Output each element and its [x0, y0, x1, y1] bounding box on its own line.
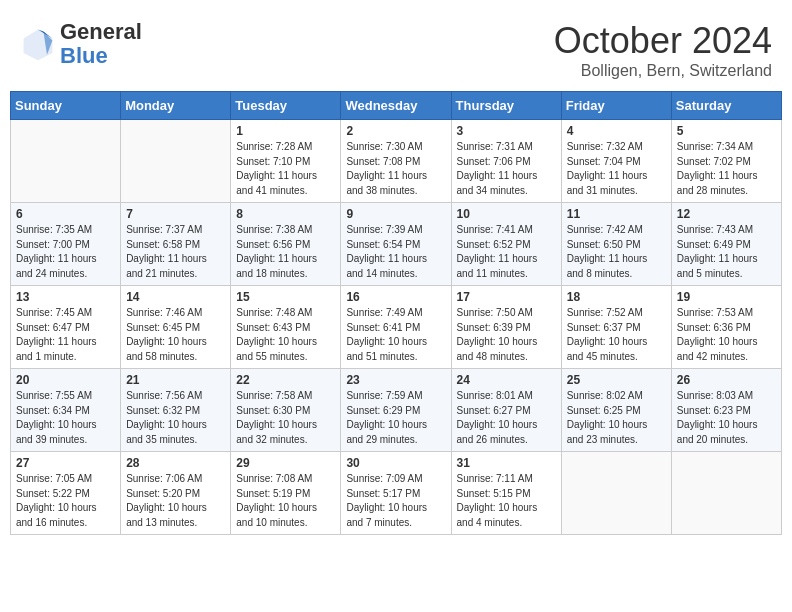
calendar-cell: 2Sunrise: 7:30 AM Sunset: 7:08 PM Daylig…	[341, 120, 451, 203]
day-number: 8	[236, 207, 335, 221]
day-number: 2	[346, 124, 445, 138]
day-info: Sunrise: 7:39 AM Sunset: 6:54 PM Dayligh…	[346, 223, 445, 281]
day-number: 15	[236, 290, 335, 304]
calendar-cell: 18Sunrise: 7:52 AM Sunset: 6:37 PM Dayli…	[561, 286, 671, 369]
calendar-week-row: 27Sunrise: 7:05 AM Sunset: 5:22 PM Dayli…	[11, 452, 782, 535]
day-number: 1	[236, 124, 335, 138]
day-number: 19	[677, 290, 776, 304]
day-of-week-header: Sunday	[11, 92, 121, 120]
logo-icon	[20, 26, 56, 62]
calendar-cell: 25Sunrise: 8:02 AM Sunset: 6:25 PM Dayli…	[561, 369, 671, 452]
day-number: 9	[346, 207, 445, 221]
calendar-cell	[561, 452, 671, 535]
day-number: 10	[457, 207, 556, 221]
day-info: Sunrise: 7:08 AM Sunset: 5:19 PM Dayligh…	[236, 472, 335, 530]
day-number: 24	[457, 373, 556, 387]
calendar-cell: 23Sunrise: 7:59 AM Sunset: 6:29 PM Dayli…	[341, 369, 451, 452]
day-info: Sunrise: 7:35 AM Sunset: 7:00 PM Dayligh…	[16, 223, 115, 281]
day-info: Sunrise: 7:06 AM Sunset: 5:20 PM Dayligh…	[126, 472, 225, 530]
day-of-week-header: Saturday	[671, 92, 781, 120]
calendar-cell: 8Sunrise: 7:38 AM Sunset: 6:56 PM Daylig…	[231, 203, 341, 286]
day-number: 31	[457, 456, 556, 470]
calendar-week-row: 6Sunrise: 7:35 AM Sunset: 7:00 PM Daylig…	[11, 203, 782, 286]
calendar-cell: 29Sunrise: 7:08 AM Sunset: 5:19 PM Dayli…	[231, 452, 341, 535]
calendar-header-row: SundayMondayTuesdayWednesdayThursdayFrid…	[11, 92, 782, 120]
day-info: Sunrise: 7:34 AM Sunset: 7:02 PM Dayligh…	[677, 140, 776, 198]
day-of-week-header: Friday	[561, 92, 671, 120]
day-info: Sunrise: 8:01 AM Sunset: 6:27 PM Dayligh…	[457, 389, 556, 447]
month-title: October 2024	[554, 20, 772, 62]
calendar-cell: 27Sunrise: 7:05 AM Sunset: 5:22 PM Dayli…	[11, 452, 121, 535]
day-info: Sunrise: 7:05 AM Sunset: 5:22 PM Dayligh…	[16, 472, 115, 530]
day-number: 4	[567, 124, 666, 138]
calendar-cell: 11Sunrise: 7:42 AM Sunset: 6:50 PM Dayli…	[561, 203, 671, 286]
day-number: 3	[457, 124, 556, 138]
day-number: 18	[567, 290, 666, 304]
day-number: 21	[126, 373, 225, 387]
day-of-week-header: Wednesday	[341, 92, 451, 120]
calendar-cell	[121, 120, 231, 203]
calendar-week-row: 13Sunrise: 7:45 AM Sunset: 6:47 PM Dayli…	[11, 286, 782, 369]
logo-line1: General	[60, 20, 142, 44]
day-info: Sunrise: 7:56 AM Sunset: 6:32 PM Dayligh…	[126, 389, 225, 447]
calendar-cell: 20Sunrise: 7:55 AM Sunset: 6:34 PM Dayli…	[11, 369, 121, 452]
calendar-week-row: 1Sunrise: 7:28 AM Sunset: 7:10 PM Daylig…	[11, 120, 782, 203]
day-info: Sunrise: 7:53 AM Sunset: 6:36 PM Dayligh…	[677, 306, 776, 364]
calendar-cell: 21Sunrise: 7:56 AM Sunset: 6:32 PM Dayli…	[121, 369, 231, 452]
calendar-cell: 9Sunrise: 7:39 AM Sunset: 6:54 PM Daylig…	[341, 203, 451, 286]
calendar-cell: 16Sunrise: 7:49 AM Sunset: 6:41 PM Dayli…	[341, 286, 451, 369]
title-block: October 2024 Bolligen, Bern, Switzerland	[554, 20, 772, 80]
day-number: 16	[346, 290, 445, 304]
day-info: Sunrise: 7:55 AM Sunset: 6:34 PM Dayligh…	[16, 389, 115, 447]
calendar-cell: 15Sunrise: 7:48 AM Sunset: 6:43 PM Dayli…	[231, 286, 341, 369]
day-info: Sunrise: 8:03 AM Sunset: 6:23 PM Dayligh…	[677, 389, 776, 447]
location: Bolligen, Bern, Switzerland	[554, 62, 772, 80]
day-number: 26	[677, 373, 776, 387]
calendar-cell: 28Sunrise: 7:06 AM Sunset: 5:20 PM Dayli…	[121, 452, 231, 535]
day-number: 13	[16, 290, 115, 304]
calendar-cell	[671, 452, 781, 535]
day-info: Sunrise: 7:42 AM Sunset: 6:50 PM Dayligh…	[567, 223, 666, 281]
logo: General Blue	[20, 20, 142, 68]
calendar-cell: 26Sunrise: 8:03 AM Sunset: 6:23 PM Dayli…	[671, 369, 781, 452]
calendar-cell: 4Sunrise: 7:32 AM Sunset: 7:04 PM Daylig…	[561, 120, 671, 203]
day-info: Sunrise: 8:02 AM Sunset: 6:25 PM Dayligh…	[567, 389, 666, 447]
calendar-cell: 14Sunrise: 7:46 AM Sunset: 6:45 PM Dayli…	[121, 286, 231, 369]
calendar-cell: 19Sunrise: 7:53 AM Sunset: 6:36 PM Dayli…	[671, 286, 781, 369]
day-info: Sunrise: 7:41 AM Sunset: 6:52 PM Dayligh…	[457, 223, 556, 281]
calendar-cell: 12Sunrise: 7:43 AM Sunset: 6:49 PM Dayli…	[671, 203, 781, 286]
logo-line2: Blue	[60, 44, 142, 68]
calendar-cell: 1Sunrise: 7:28 AM Sunset: 7:10 PM Daylig…	[231, 120, 341, 203]
day-info: Sunrise: 7:32 AM Sunset: 7:04 PM Dayligh…	[567, 140, 666, 198]
day-number: 14	[126, 290, 225, 304]
day-of-week-header: Tuesday	[231, 92, 341, 120]
day-number: 11	[567, 207, 666, 221]
calendar-cell: 7Sunrise: 7:37 AM Sunset: 6:58 PM Daylig…	[121, 203, 231, 286]
calendar-cell: 22Sunrise: 7:58 AM Sunset: 6:30 PM Dayli…	[231, 369, 341, 452]
day-info: Sunrise: 7:50 AM Sunset: 6:39 PM Dayligh…	[457, 306, 556, 364]
calendar-cell: 17Sunrise: 7:50 AM Sunset: 6:39 PM Dayli…	[451, 286, 561, 369]
day-number: 17	[457, 290, 556, 304]
day-info: Sunrise: 7:30 AM Sunset: 7:08 PM Dayligh…	[346, 140, 445, 198]
day-info: Sunrise: 7:52 AM Sunset: 6:37 PM Dayligh…	[567, 306, 666, 364]
calendar-cell: 10Sunrise: 7:41 AM Sunset: 6:52 PM Dayli…	[451, 203, 561, 286]
day-number: 28	[126, 456, 225, 470]
day-number: 30	[346, 456, 445, 470]
calendar-week-row: 20Sunrise: 7:55 AM Sunset: 6:34 PM Dayli…	[11, 369, 782, 452]
calendar-cell: 3Sunrise: 7:31 AM Sunset: 7:06 PM Daylig…	[451, 120, 561, 203]
page-header: General Blue October 2024 Bolligen, Bern…	[10, 10, 782, 85]
calendar-cell: 24Sunrise: 8:01 AM Sunset: 6:27 PM Dayli…	[451, 369, 561, 452]
calendar-cell	[11, 120, 121, 203]
calendar-cell: 13Sunrise: 7:45 AM Sunset: 6:47 PM Dayli…	[11, 286, 121, 369]
day-info: Sunrise: 7:49 AM Sunset: 6:41 PM Dayligh…	[346, 306, 445, 364]
day-number: 29	[236, 456, 335, 470]
day-info: Sunrise: 7:28 AM Sunset: 7:10 PM Dayligh…	[236, 140, 335, 198]
calendar-table: SundayMondayTuesdayWednesdayThursdayFrid…	[10, 91, 782, 535]
day-number: 7	[126, 207, 225, 221]
day-info: Sunrise: 7:38 AM Sunset: 6:56 PM Dayligh…	[236, 223, 335, 281]
day-info: Sunrise: 7:11 AM Sunset: 5:15 PM Dayligh…	[457, 472, 556, 530]
day-number: 5	[677, 124, 776, 138]
calendar-cell: 5Sunrise: 7:34 AM Sunset: 7:02 PM Daylig…	[671, 120, 781, 203]
day-info: Sunrise: 7:37 AM Sunset: 6:58 PM Dayligh…	[126, 223, 225, 281]
day-info: Sunrise: 7:31 AM Sunset: 7:06 PM Dayligh…	[457, 140, 556, 198]
